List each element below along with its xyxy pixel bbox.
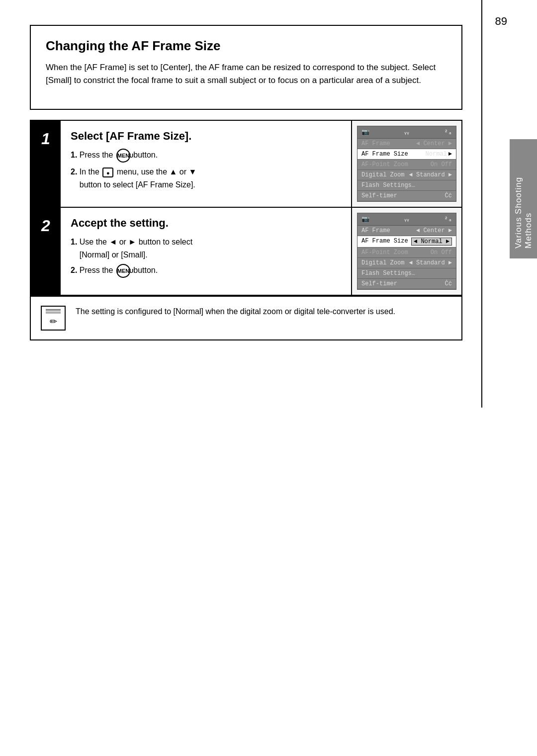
step-1-instruction-2: 2. In the ● menu, use the ▲ or ▼ button … [71, 166, 341, 191]
section-intro: When the [AF Frame] is set to [Center], … [46, 61, 447, 86]
section-title: Changing the AF Frame Size [46, 38, 447, 54]
row-label: AF Frame Size [361, 238, 408, 246]
step-1: 1 Select [AF Frame Size]. 1. Press the M… [31, 121, 461, 208]
row-label: AF Frame [361, 227, 390, 234]
step-1-instruction-1: 1. Press the MENU button. [71, 149, 341, 163]
row-label: Flash Settings… [361, 182, 415, 189]
step-2-content: Accept the setting. 1. Use the ◄ or ► bu… [61, 208, 352, 295]
camera-icon-tab-2: 📷 [361, 215, 369, 223]
camera-mode-icon-1: ● [102, 168, 113, 177]
step-2-camera-menu: 📷 ᵧᵧ ²ₐ AF Frame ◄ Center ► AF Frame Siz… [357, 213, 456, 290]
row-label: AF Frame Size [361, 151, 408, 158]
vertical-divider [481, 0, 482, 408]
steps-container: 1 Select [AF Frame Size]. 1. Press the M… [30, 120, 462, 296]
step-1-number: 1 [31, 121, 61, 207]
row-value: ◄ Normal ► [411, 238, 452, 246]
menu-button-icon-2: MENU [116, 264, 130, 278]
step-1-title: Select [AF Frame Size]. [71, 130, 341, 143]
row-label: AF-Point Zoom [361, 161, 408, 168]
pencil-icon: ✏ [50, 316, 57, 327]
menu-row-af-frame-1: AF Frame ◄ Center ► [358, 139, 456, 149]
row-label: Self-timer [361, 280, 397, 287]
step-2: 2 Accept the setting. 1. Use the ◄ or ► … [31, 208, 461, 295]
step-2-instruction-1: 1. Use the ◄ or ► button to select [Norm… [71, 236, 341, 261]
row-value: ◄ Center ► [416, 140, 452, 147]
menu-tab-3b: ²ₐ [444, 215, 452, 223]
menu-header-2: 📷 ᵧᵧ ²ₐ [358, 213, 456, 226]
step-1-menu-image: 📷 ᵧᵧ ²ₐ AF Frame ◄ Center ► AF Frame Siz… [352, 121, 461, 207]
menu-row-flash-2: Flash Settings… [358, 268, 456, 279]
sidebar-tab: Various Shooting Methods [510, 139, 537, 258]
menu-row-af-frame-size-1: AF Frame Size Normal ► [358, 149, 456, 160]
row-value: ◄ Center ► [416, 227, 452, 234]
menu-row-af-frame-2: AF Frame ◄ Center ► [358, 226, 456, 236]
row-label: Digital Zoom [361, 259, 404, 266]
note-text: The setting is configured to [Normal] wh… [76, 306, 395, 318]
section-header: Changing the AF Frame Size When the [AF … [30, 25, 462, 110]
menu-button-icon-1: MENU [116, 149, 130, 163]
step-2-instruction-2: 2. Press the MENU button. [71, 264, 341, 278]
row-value: On Off [431, 161, 452, 168]
row-label: Self-timer [361, 192, 397, 199]
row-value: Normal ► [426, 151, 452, 158]
note-icon: ✏ [41, 306, 66, 331]
step-1-camera-menu: 📷 ᵧᵧ ²ₐ AF Frame ◄ Center ► AF Frame Siz… [357, 126, 456, 202]
row-label: AF Frame [361, 140, 390, 147]
menu-tab-3: ²ₐ [444, 128, 452, 136]
menu-row-digital-zoom-1: Digital Zoom ◄ Standard ► [358, 170, 456, 180]
row-label: Flash Settings… [361, 270, 415, 277]
camera-icon-tab: 📷 [361, 128, 369, 136]
step-2-instructions: 1. Use the ◄ or ► button to select [Norm… [71, 236, 341, 278]
row-value: Ċċ [445, 280, 452, 287]
row-label: Digital Zoom [361, 171, 404, 178]
menu-row-self-timer-2: Self-timer Ċċ [358, 279, 456, 289]
page-number: 89 [495, 15, 507, 28]
menu-row-flash-1: Flash Settings… [358, 180, 456, 191]
row-value: On Off [431, 249, 452, 256]
menu-tab-2b: ᵧᵧ [404, 215, 409, 223]
step-1-instructions: 1. Press the MENU button. 2. In the ● me… [71, 149, 341, 191]
step-2-title: Accept the setting. [71, 217, 341, 230]
row-value: ◄ Standard ► [409, 259, 452, 266]
step-2-menu-image: 📷 ᵧᵧ ²ₐ AF Frame ◄ Center ► AF Frame Siz… [352, 208, 461, 295]
menu-row-af-frame-size-2: AF Frame Size ◄ Normal ► [358, 236, 456, 248]
row-label: AF-Point Zoom [361, 249, 408, 256]
menu-row-af-point-zoom-1: AF-Point Zoom On Off [358, 160, 456, 170]
menu-row-digital-zoom-2: Digital Zoom ◄ Standard ► [358, 258, 456, 268]
step-1-content: Select [AF Frame Size]. 1. Press the MEN… [61, 121, 352, 207]
main-content: Changing the AF Frame Size When the [AF … [30, 25, 462, 340]
menu-row-af-point-zoom-2: AF-Point Zoom On Off [358, 248, 456, 258]
menu-header-1: 📷 ᵧᵧ ²ₐ [358, 126, 456, 139]
row-value: ◄ Standard ► [409, 171, 452, 178]
note-box: ✏ The setting is configured to [Normal] … [30, 296, 462, 340]
menu-row-self-timer-1: Self-timer Ċċ [358, 191, 456, 201]
menu-tab-2: ᵧᵧ [404, 128, 409, 136]
row-value: Ċċ [445, 192, 452, 199]
step-2-number: 2 [31, 208, 61, 295]
